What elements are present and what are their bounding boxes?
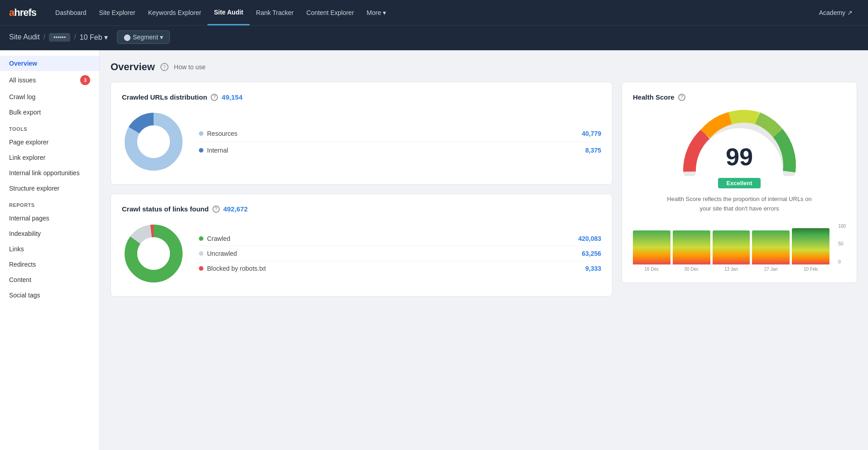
bar-col-2 xyxy=(673,230,710,264)
uncrawled-label: Uncrawled xyxy=(207,250,237,257)
yaxis-0: 0 xyxy=(838,259,846,264)
nav-rank-tracker[interactable]: Rank Tracker xyxy=(250,0,300,25)
how-to-use-link[interactable]: How to use xyxy=(174,63,206,71)
top-nav: ahrefs Dashboard Site Explorer Keywords … xyxy=(0,0,868,25)
excellent-badge: Excellent xyxy=(718,178,760,188)
help-icon: ? xyxy=(160,63,169,71)
page-title: Overview xyxy=(111,61,155,73)
nav-content-explorer[interactable]: Content Explorer xyxy=(300,0,360,25)
breadcrumb-domain[interactable]: •••••• xyxy=(49,33,70,42)
sidebar-item-overview[interactable]: Overview xyxy=(0,56,99,71)
crawled-urls-title: Crawled URLs distribution ? 49,154 xyxy=(122,93,601,101)
crawled-urls-help: ? xyxy=(211,94,218,101)
x-label-5: 10 Feb xyxy=(792,267,829,272)
yaxis-50: 50 xyxy=(838,241,846,246)
svg-point-6 xyxy=(137,237,170,270)
crawl-status-card: Crawl status of links found ? 492,672 xyxy=(111,194,612,297)
breadcrumb-sep2: / xyxy=(74,33,76,41)
resources-label: Resources xyxy=(207,130,237,137)
content-area: Overview ? How to use Crawled URLs distr… xyxy=(100,50,868,450)
nav-site-audit[interactable]: Site Audit xyxy=(207,0,250,25)
crawled-urls-legend: Resources 40,779 Internal 8,375 xyxy=(199,125,601,158)
all-issues-badge: 3 xyxy=(80,75,90,85)
x-label-2: 30 Dec xyxy=(673,267,710,272)
page-header: Overview ? How to use xyxy=(111,61,857,73)
crawl-status-help: ? xyxy=(212,206,220,213)
blocked-dot xyxy=(199,266,203,271)
health-score-card: Health Score ? xyxy=(622,82,857,283)
x-label-4: 27 Jan xyxy=(752,267,790,272)
crawl-status-total[interactable]: 492,672 xyxy=(223,205,248,213)
svg-point-2 xyxy=(137,125,170,158)
sidebar-item-internal-link-opportunities[interactable]: Internal link opportunities xyxy=(0,165,99,181)
nav-site-explorer[interactable]: Site Explorer xyxy=(93,0,142,25)
x-label-1: 16 Dec xyxy=(633,267,670,272)
sidebar-item-structure-explorer[interactable]: Structure explorer xyxy=(0,181,99,196)
blocked-label: Blocked by robots.txt xyxy=(207,265,266,272)
sidebar-item-link-explorer[interactable]: Link explorer xyxy=(0,150,99,165)
resources-value[interactable]: 40,779 xyxy=(582,130,601,137)
health-score-help: ? xyxy=(678,94,685,101)
sidebar-item-indexability[interactable]: Indexability xyxy=(0,226,99,241)
health-bar-chart: 100 50 0 16 Dec 30 Dec 13 Jan 27 Jan 10 … xyxy=(633,224,846,272)
sidebar-item-bulk-export[interactable]: Bulk export xyxy=(0,105,99,120)
sidebar-item-links[interactable]: Links xyxy=(0,241,99,257)
nav-keywords-explorer[interactable]: Keywords Explorer xyxy=(142,0,208,25)
health-score-value: 99 xyxy=(726,144,753,169)
crawled-value[interactable]: 420,083 xyxy=(578,235,601,242)
crawled-urls-donut xyxy=(122,110,185,173)
nav-academy[interactable]: Academy ↗ xyxy=(813,9,859,16)
crawl-status-donut xyxy=(122,222,185,285)
blocked-value[interactable]: 9,333 xyxy=(585,265,601,272)
yaxis-100: 100 xyxy=(838,224,846,229)
sidebar-item-content[interactable]: Content xyxy=(0,272,99,287)
crawled-urls-card: Crawled URLs distribution ? 49,154 xyxy=(111,82,612,185)
resources-dot xyxy=(199,131,203,136)
internal-value[interactable]: 8,375 xyxy=(585,147,601,154)
breadcrumb-site-audit: Site Audit xyxy=(9,33,40,41)
nav-more[interactable]: More ▾ xyxy=(360,0,392,25)
internal-label: Internal xyxy=(207,147,228,154)
crawled-dot xyxy=(199,236,203,241)
nav-dashboard[interactable]: Dashboard xyxy=(49,0,93,25)
reports-section-title: Reports xyxy=(0,196,99,211)
internal-dot xyxy=(199,148,203,153)
sidebar: Overview All issues 3 Crawl log Bulk exp… xyxy=(0,50,100,450)
crawled-label: Crawled xyxy=(207,235,230,242)
uncrawled-value[interactable]: 63,256 xyxy=(582,250,601,257)
bar-col-4 xyxy=(752,230,790,264)
x-label-3: 13 Jan xyxy=(713,267,750,272)
crawl-status-legend: Crawled 420,083 Uncrawled 63,256 xyxy=(199,231,601,276)
sidebar-item-social-tags[interactable]: Social tags xyxy=(0,287,99,303)
sidebar-item-page-explorer[interactable]: Page explorer xyxy=(0,134,99,150)
uncrawled-dot xyxy=(199,251,203,256)
segment-button[interactable]: ⬤ Segment ▾ xyxy=(117,30,170,44)
bar-col-1 xyxy=(633,230,670,264)
health-score-title: Health Score ? xyxy=(633,93,685,101)
bar-col-5 xyxy=(792,228,829,264)
health-gauge: 99 xyxy=(680,108,798,176)
breadcrumb-date[interactable]: 10 Feb ▾ xyxy=(80,33,108,42)
health-score-description: Health Score reflects the proportion of … xyxy=(662,195,816,214)
breadcrumb-bar: Site Audit / •••••• / 10 Feb ▾ ⬤ Segment… xyxy=(0,25,868,50)
sidebar-item-crawl-log[interactable]: Crawl log xyxy=(0,89,99,105)
sidebar-item-redirects[interactable]: Redirects xyxy=(0,257,99,272)
crawled-urls-total[interactable]: 49,154 xyxy=(222,93,242,101)
sidebar-item-all-issues[interactable]: All issues 3 xyxy=(0,71,99,89)
crawl-status-title: Crawl status of links found ? 492,672 xyxy=(122,205,601,213)
sidebar-item-internal-pages[interactable]: Internal pages xyxy=(0,211,99,226)
tools-section-title: Tools xyxy=(0,120,99,134)
bar-col-3 xyxy=(713,230,750,264)
logo[interactable]: ahrefs xyxy=(9,7,36,19)
breadcrumb-sep1: / xyxy=(43,33,45,41)
